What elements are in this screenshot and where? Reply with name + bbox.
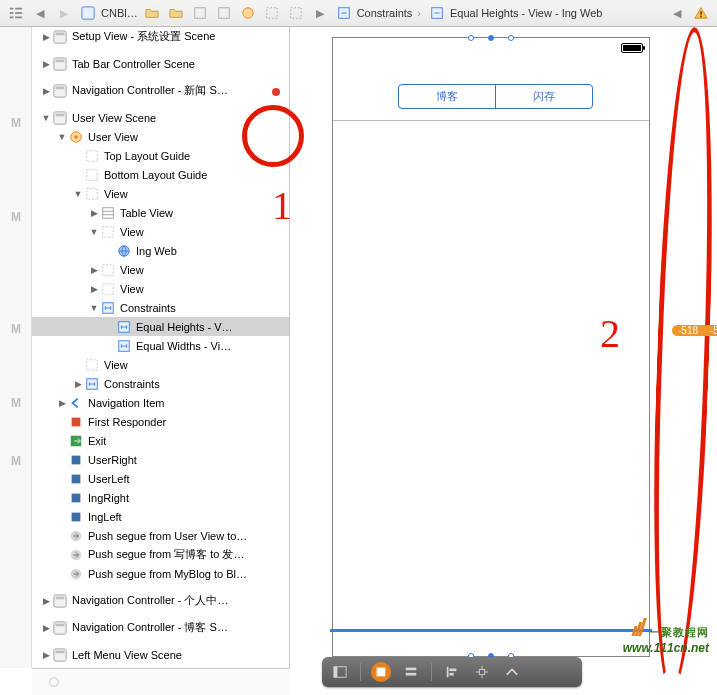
nav-back-icon[interactable]: ◀ bbox=[30, 4, 50, 22]
disclosure-triangle-icon[interactable]: ▶ bbox=[88, 208, 100, 218]
constraint-indicator[interactable] bbox=[330, 629, 652, 632]
disclosure-triangle-icon[interactable]: ▼ bbox=[40, 113, 52, 123]
outline-row[interactable]: ▼View bbox=[32, 184, 289, 203]
outline-row[interactable]: ▶Left Menu View Scene bbox=[32, 645, 289, 664]
exit-icon bbox=[68, 433, 84, 449]
outline-row[interactable]: ▶IngRight bbox=[32, 488, 289, 507]
disclosure-triangle-icon[interactable]: ▼ bbox=[88, 227, 100, 237]
outline-label: Navigation Controller - 博客 S… bbox=[72, 620, 228, 635]
outline-row[interactable]: ▶Exit bbox=[32, 431, 289, 450]
view-icon-2[interactable] bbox=[286, 4, 306, 22]
outline-row[interactable]: ▶IngLeft bbox=[32, 507, 289, 526]
view-icon bbox=[100, 262, 116, 278]
svg-point-83 bbox=[50, 678, 59, 687]
svg-rect-60 bbox=[72, 512, 81, 521]
outline-row[interactable]: ▶Ing Web bbox=[32, 241, 289, 260]
disclosure-triangle-icon[interactable]: ▼ bbox=[88, 303, 100, 313]
disclosure-triangle-icon[interactable]: ▶ bbox=[56, 398, 68, 408]
outline-row[interactable]: ▼Constraints bbox=[32, 298, 289, 317]
svg-rect-11 bbox=[290, 8, 301, 19]
disclosure-triangle-icon[interactable]: ▶ bbox=[40, 86, 52, 96]
outline-label: View bbox=[120, 226, 144, 238]
outline-row[interactable]: ▶Navigation Controller - 博客 S… bbox=[32, 618, 289, 637]
outline-row[interactable]: ▶Equal Heights - V… bbox=[32, 317, 289, 336]
disclosure-triangle-icon[interactable]: ▶ bbox=[88, 265, 100, 275]
outline-row[interactable]: ▶Push segue from MyBlog to Bl… bbox=[32, 564, 289, 583]
breadcrumb-item-constraints[interactable]: Constraints bbox=[334, 4, 413, 22]
error-indicator-icon[interactable] bbox=[272, 88, 280, 96]
nav-forward-icon[interactable]: ▶ bbox=[54, 4, 74, 22]
interface-builder-canvas[interactable]: 博客 闪存 bbox=[290, 27, 717, 668]
svg-rect-2 bbox=[10, 17, 14, 19]
breadcrumb-item-equalheights[interactable]: Equal Heights - View - Ing Web bbox=[414, 4, 602, 22]
outline-row[interactable]: ▶Push segue from User View to… bbox=[32, 526, 289, 545]
folder-icon-2[interactable] bbox=[166, 4, 186, 22]
outline-row[interactable]: ▶View bbox=[32, 355, 289, 374]
filter-icon[interactable] bbox=[44, 673, 64, 691]
disclosure-triangle-icon[interactable]: ▶ bbox=[72, 379, 84, 389]
breadcrumb-project[interactable]: CNBl… bbox=[78, 4, 138, 22]
segmented-control[interactable]: 博客 闪存 bbox=[398, 84, 593, 109]
outline-label: Bottom Layout Guide bbox=[104, 169, 207, 181]
any-size-icon[interactable] bbox=[371, 662, 391, 682]
jump-bar-icon[interactable] bbox=[6, 4, 26, 22]
outline-row[interactable]: ▶View bbox=[32, 260, 289, 279]
warning-icon[interactable] bbox=[691, 4, 711, 22]
disclosure-triangle-icon[interactable]: ▶ bbox=[40, 32, 52, 42]
disclosure-triangle-icon[interactable]: ▼ bbox=[72, 189, 84, 199]
svg-rect-3 bbox=[15, 8, 22, 10]
nest-close-icon[interactable]: ▶ bbox=[310, 4, 330, 22]
disclosure-triangle-icon[interactable]: ▶ bbox=[40, 596, 52, 606]
outline-row[interactable]: ▶Table View bbox=[32, 203, 289, 222]
outline-row[interactable]: ▶Navigation Controller - 个人中… bbox=[32, 591, 289, 610]
constraints-icon-2 bbox=[427, 4, 447, 22]
outline-label: Left Menu View Scene bbox=[72, 649, 182, 661]
outline-row[interactable]: ▶Bottom Layout Guide bbox=[32, 165, 289, 184]
segment-blog[interactable]: 博客 bbox=[399, 85, 496, 108]
svg-rect-76 bbox=[449, 669, 456, 672]
breadcrumb-label-0: Constraints bbox=[357, 7, 413, 19]
outline-row[interactable]: ▶First Responder bbox=[32, 412, 289, 431]
segment-flash[interactable]: 闪存 bbox=[496, 85, 592, 108]
scene-icon bbox=[52, 83, 68, 99]
constraint-badge[interactable]: -518 -518 bbox=[672, 321, 717, 339]
project-name: CNBl… bbox=[101, 7, 138, 19]
pin-icon[interactable] bbox=[472, 662, 492, 682]
outline-row[interactable]: ▶UserLeft bbox=[32, 469, 289, 488]
disclosure-triangle-icon[interactable]: ▶ bbox=[88, 284, 100, 294]
outline-row[interactable]: ▶Navigation Controller - 新闻 S… bbox=[32, 81, 289, 100]
toggle-outline-icon[interactable] bbox=[330, 662, 350, 682]
outline-row[interactable]: ▶UserRight bbox=[32, 450, 289, 469]
folder-icon[interactable] bbox=[142, 4, 162, 22]
view-icon bbox=[84, 186, 100, 202]
svg-rect-7 bbox=[194, 8, 205, 19]
box-icon[interactable] bbox=[190, 4, 210, 22]
box-icon-2[interactable] bbox=[214, 4, 234, 22]
disclosure-triangle-icon[interactable]: ▶ bbox=[40, 650, 52, 660]
constraints-icon bbox=[116, 319, 132, 335]
breadcrumb[interactable]: Constraints Equal Heights - View - Ing W… bbox=[334, 4, 663, 22]
scene-icon bbox=[52, 29, 68, 45]
outline-row[interactable]: ▶View bbox=[32, 279, 289, 298]
nav-back2-icon[interactable]: ◀ bbox=[667, 4, 687, 22]
outline-row[interactable]: ▶Push segue from 写博客 to 发… bbox=[32, 545, 289, 564]
view-icon[interactable] bbox=[262, 4, 282, 22]
stack-icon[interactable] bbox=[401, 662, 421, 682]
resolve-icon[interactable] bbox=[502, 662, 522, 682]
disclosure-triangle-icon[interactable]: ▶ bbox=[40, 59, 52, 69]
vc-icon[interactable] bbox=[238, 4, 258, 22]
outline-row[interactable]: ▶Navigation Item bbox=[32, 393, 289, 412]
disclosure-triangle-icon[interactable]: ▼ bbox=[56, 132, 68, 142]
align-icon[interactable] bbox=[442, 662, 462, 682]
selection-handles-top[interactable] bbox=[333, 35, 649, 41]
constraints-icon bbox=[116, 338, 132, 354]
outline-row[interactable]: ▶Equal Widths - Vi… bbox=[32, 336, 289, 355]
constraints-icon bbox=[84, 376, 100, 392]
outline-row[interactable]: ▶Constraints bbox=[32, 374, 289, 393]
segue-icon bbox=[68, 547, 84, 563]
guide-icon bbox=[84, 148, 100, 164]
outline-row[interactable]: ▼View bbox=[32, 222, 289, 241]
outline-row[interactable]: ▶Tab Bar Controller Scene bbox=[32, 54, 289, 73]
outline-row[interactable]: ▶Setup View - 系统设置 Scene bbox=[32, 27, 289, 46]
disclosure-triangle-icon[interactable]: ▶ bbox=[40, 623, 52, 633]
